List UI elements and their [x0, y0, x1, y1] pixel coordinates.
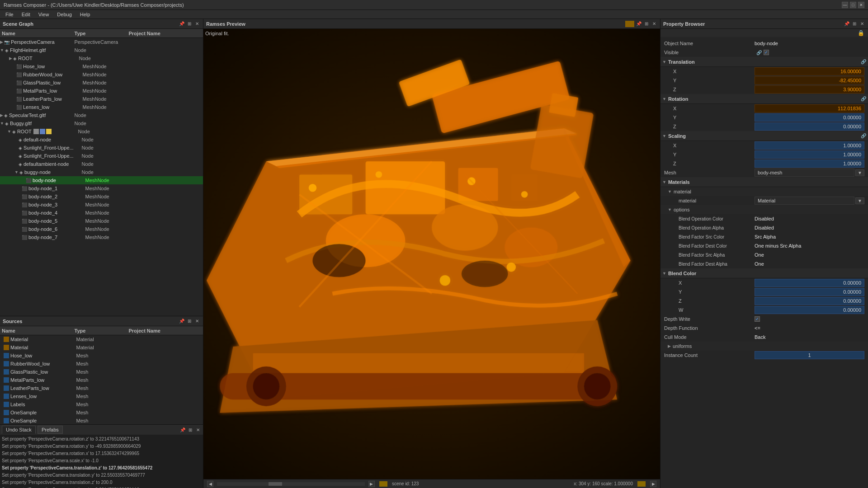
source-labels[interactable]: Labels Mesh — [0, 400, 203, 408]
menu-debug[interactable]: Debug — [53, 11, 75, 18]
rotation-section[interactable]: ▼ Rotation 🔗 — [660, 94, 868, 104]
tree-node-bodynode1[interactable]: ⬛ body-node_1 MeshNode — [0, 184, 203, 192]
depth-write-checkbox[interactable] — [755, 316, 760, 322]
source-glassplastic[interactable]: GlassPlastic_low Mesh — [0, 368, 203, 376]
source-material1[interactable]: Material Material — [0, 335, 203, 343]
preview-scrollbar-h[interactable] — [217, 482, 365, 486]
maximize-button[interactable]: □ — [850, 2, 856, 8]
sources-dock-icon[interactable]: ⊞ — [186, 318, 193, 324]
menu-help[interactable]: Help — [76, 11, 94, 18]
minimize-button[interactable]: — — [842, 2, 848, 8]
tree-node-rubberwood[interactable]: ⬛ RubberWood_low MeshNode — [0, 70, 203, 79]
preview-close-icon[interactable]: ✕ — [651, 21, 657, 27]
source-lenses[interactable]: Lenses_low Mesh — [0, 392, 203, 400]
preview-pin-icon[interactable]: 📌 — [636, 21, 642, 27]
tree-node-bodynode[interactable]: ▶ ⬛ body-node MeshNode — [0, 176, 203, 184]
tree-node-buggynode[interactable]: ▼ ◈ buggy-node Node — [0, 168, 203, 176]
tree-node-default[interactable]: ▶ ◈ default-node Node — [0, 136, 203, 144]
visible-checkbox[interactable] — [764, 50, 769, 55]
undo-close-icon[interactable]: ✕ — [195, 427, 201, 433]
tree-node-sunlight2[interactable]: ▶ ◈ Sunlight_Front-Uppe... Node — [0, 152, 203, 160]
tree-node-bodynode5[interactable]: ⬛ body-node_5 MeshNode — [0, 217, 203, 225]
tree-node-sunlight1[interactable]: ▶ ◈ Sunlight_Front-Uppe... Node — [0, 144, 203, 152]
preview-3d[interactable] — [203, 29, 660, 479]
pb-pin-icon[interactable]: 📌 — [844, 21, 850, 27]
pb-dock-icon[interactable]: ⊞ — [851, 21, 858, 27]
preview-dock-icon[interactable]: ⊞ — [643, 21, 650, 27]
tree-node-metalparts[interactable]: ⬛ MetalParts_low MeshNode — [0, 87, 203, 95]
scene-graph-close-icon[interactable]: ✕ — [194, 21, 200, 27]
sources-pin-icon[interactable]: 📌 — [179, 318, 185, 324]
source-rubberwood[interactable]: RubberWood_low Mesh — [0, 360, 203, 368]
tree-node-buggy[interactable]: ▼ ◈ Buggy.gltf Node — [0, 119, 203, 127]
translation-section[interactable]: ▼ Translation 🔗 — [660, 57, 868, 67]
preview-nav-left[interactable]: ◀ — [207, 481, 213, 487]
scaling-x-input[interactable] — [755, 141, 864, 150]
tree-node-root1[interactable]: ▶ ◈ ROOT Node — [0, 54, 203, 62]
translation-x-input[interactable] — [755, 67, 864, 75]
tree-node-bodynode2[interactable]: ⬛ body-node_2 MeshNode — [0, 192, 203, 201]
source-onesample1[interactable]: OneSample Mesh — [0, 408, 203, 417]
source-metalparts[interactable]: MetalParts_low Mesh — [0, 376, 203, 384]
rotation-z-input[interactable] — [755, 122, 864, 131]
scaling-z-input[interactable] — [755, 160, 864, 168]
uniforms-subsection[interactable]: ▶ uniforms — [660, 342, 868, 351]
options-subsection[interactable]: ▼ options — [660, 205, 868, 214]
sources-close-icon[interactable]: ✕ — [194, 318, 200, 324]
undo-dock-icon[interactable]: ⊞ — [187, 427, 193, 433]
tree-node-flighthelmet[interactable]: ▼ ◈ FlightHelmet.gltf Node — [0, 46, 203, 54]
prefabs-tab[interactable]: Prefabs — [38, 426, 63, 434]
blend-src-color-row: Blend Factor Src Color Src Alpha — [660, 232, 868, 241]
blend-color-z-input[interactable] — [755, 297, 864, 305]
material-value-input[interactable] — [755, 197, 854, 205]
rotation-x-input[interactable] — [755, 104, 864, 113]
scaling-section[interactable]: ▼ Scaling 🔗 — [660, 131, 868, 141]
tree-node-bodynode6[interactable]: ⬛ body-node_6 MeshNode — [0, 225, 203, 233]
instance-count-input[interactable] — [755, 351, 864, 359]
blend-color-w-input[interactable] — [755, 306, 864, 314]
pb-close-icon[interactable]: ✕ — [859, 21, 865, 27]
source-material2[interactable]: Material Material — [0, 343, 203, 352]
translation-z-input[interactable] — [755, 85, 864, 94]
scene-graph-pin-icon[interactable]: 📌 — [179, 21, 185, 27]
color-indicator — [40, 129, 45, 134]
undo-pin-icon[interactable]: 📌 — [179, 427, 186, 433]
source-leatherparts[interactable]: LeatherParts_low Mesh — [0, 384, 203, 392]
source-hose[interactable]: Hose_low Mesh — [0, 352, 203, 360]
tree-node-hose[interactable]: ⬛ Hose_low MeshNode — [0, 62, 203, 70]
tree-node-defaultambient[interactable]: ▶ ◈ defaultambient-node Node — [0, 160, 203, 168]
blend-color-x-input[interactable] — [755, 279, 864, 287]
mesh-icon: ⬛ — [22, 202, 27, 207]
tree-node-glassplastic[interactable]: ⬛ GlassPlastic_low MeshNode — [0, 79, 203, 87]
undo-stack-tab[interactable]: Undo Stack — [2, 426, 36, 434]
rotation-y-input[interactable] — [755, 113, 864, 122]
preview-nav-right[interactable]: ▶ — [368, 481, 375, 487]
tree-node-perspectivecamera[interactable]: ▶ 📷 PerspectiveCamera PerspectiveCamera — [0, 38, 203, 46]
menu-edit[interactable]: Edit — [18, 11, 34, 18]
tree-node-lenses[interactable]: ⬛ Lenses_low MeshNode — [0, 103, 203, 111]
material-select-button[interactable]: ▼ — [855, 197, 864, 204]
blend-color-section[interactable]: ▼ Blend Color — [660, 268, 868, 278]
material-subsection[interactable]: ▼ material — [660, 187, 868, 196]
tree-node-bodynode7[interactable]: ⬛ body-node_7 MeshNode — [0, 233, 203, 241]
materials-section[interactable]: ▼ Materials — [660, 177, 868, 187]
scene-graph-content[interactable]: ▶ 📷 PerspectiveCamera PerspectiveCamera … — [0, 38, 203, 316]
scene-graph-dock-icon[interactable]: ⊞ — [186, 21, 193, 27]
tree-node-leatherparts[interactable]: ⬛ LeatherParts_low MeshNode — [0, 95, 203, 103]
menu-file[interactable]: File — [2, 11, 17, 18]
translation-y-input[interactable] — [755, 76, 864, 84]
scaling-y-input[interactable] — [755, 150, 864, 159]
tree-node-specular[interactable]: ▶ ◈ SpecularTest.gltf Node — [0, 111, 203, 119]
tree-node-bodynode3[interactable]: ⬛ body-node_3 MeshNode — [0, 201, 203, 209]
menu-view[interactable]: View — [35, 11, 53, 18]
source-onesample2[interactable]: OneSample Mesh — [0, 417, 203, 424]
mesh-select-button[interactable]: ▼ — [855, 169, 864, 176]
tree-node-root2[interactable]: ▼ ◈ ROOT Node — [0, 127, 203, 136]
tree-node-bodynode4[interactable]: ⬛ body-node_4 MeshNode — [0, 209, 203, 217]
preview-status-nav-right2[interactable]: ▶ — [650, 481, 656, 487]
preview-content[interactable]: Original fit. > PerspectiveCamera.rotati… — [203, 29, 660, 479]
blend-color-y-input[interactable] — [755, 288, 864, 296]
mesh-value-input[interactable] — [755, 169, 854, 177]
sources-content[interactable]: Material Material Material Material — [0, 335, 203, 424]
close-button[interactable]: ✕ — [858, 2, 864, 8]
